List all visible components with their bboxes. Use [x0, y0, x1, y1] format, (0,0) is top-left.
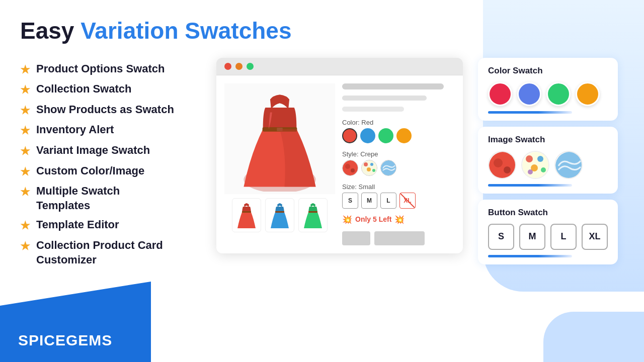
panel-color-blue[interactable]: [517, 82, 541, 106]
feature-list: ★ Product Options Swatch ★ Collection Sw…: [20, 62, 201, 267]
window-close-dot[interactable]: [224, 63, 231, 70]
feature-item: ★ Multiple SwatchTemplates: [20, 184, 201, 213]
product-thumbnails: [232, 198, 328, 232]
browser-mockup: Color: Red Style: Crepe: [216, 58, 463, 253]
panel-accent-bar: [488, 111, 572, 114]
size-swatch-row[interactable]: S M L XL: [342, 193, 455, 209]
size-btn-l[interactable]: L: [380, 193, 396, 209]
product-main-image-area: [224, 83, 335, 245]
feature-label: Variant Image Swatch: [36, 143, 150, 158]
svg-point-15: [489, 152, 516, 179]
star-icon: ★: [20, 165, 30, 179]
thumbnail-blue[interactable]: [265, 198, 294, 232]
star-icon: ★: [20, 83, 30, 98]
size-btn-xl[interactable]: XL: [399, 193, 416, 209]
color-swatch-green[interactable]: [378, 128, 393, 143]
alert-emoji-right: 💥: [394, 215, 405, 224]
style-swatch-row[interactable]: [342, 160, 455, 176]
bg-shape-bottom-right: [543, 312, 644, 362]
panel-accent-bar-2: [488, 184, 572, 187]
color-swatch-orange[interactable]: [396, 128, 412, 143]
feature-label: Template Editor: [36, 218, 119, 232]
panel-image-swatch-3[interactable]: [554, 151, 583, 179]
product-details: Color: Red Style: Crepe: [342, 83, 455, 245]
svg-point-20: [537, 156, 543, 162]
product-price-placeholder: [342, 107, 404, 112]
product-subtitle-placeholder: [342, 96, 427, 101]
add-to-cart-button[interactable]: [374, 231, 425, 245]
feature-item: ★ Inventory Alert: [20, 123, 201, 138]
browser-titlebar: [216, 58, 463, 75]
panel-image-swatch-1[interactable]: [488, 151, 516, 179]
thumb-dress-red: [235, 201, 258, 229]
page-title: Easy Variation Swatches: [20, 18, 624, 44]
feature-label: Product Options Swatch: [36, 62, 165, 76]
product-title-placeholder: [342, 83, 444, 89]
color-swatch-blue[interactable]: [360, 128, 375, 143]
panel-color-orange[interactable]: [576, 82, 600, 106]
star-icon: ★: [20, 104, 30, 118]
svg-point-13: [372, 169, 375, 172]
color-swatch-panel-swatches: [488, 82, 608, 106]
feature-label: Show Products as Swatch: [36, 103, 174, 117]
svg-point-11: [370, 163, 373, 166]
feature-label: Multiple SwatchTemplates: [36, 184, 120, 213]
color-option-row: Color: Red: [342, 119, 455, 143]
svg-point-10: [364, 162, 368, 166]
qty-button[interactable]: [342, 231, 370, 245]
button-swatch-panel: Button Swatch S M L XL: [478, 200, 618, 264]
feature-label: Inventory Alert: [36, 123, 114, 137]
dress-main-image: [234, 86, 325, 192]
window-maximize-dot[interactable]: [247, 63, 254, 70]
dress-container: [224, 83, 335, 194]
image-swatch-panel: Image Swatch: [478, 127, 618, 194]
svg-point-19: [526, 155, 533, 162]
color-swatch-red[interactable]: [342, 128, 357, 143]
thumb-dress-green: [302, 201, 324, 229]
window-minimize-dot[interactable]: [235, 63, 243, 70]
inventory-alert: 💥 Only 5 Left 💥: [342, 215, 455, 224]
svg-point-12: [367, 167, 371, 171]
style-swatch-3[interactable]: [380, 160, 396, 176]
style-swatch-2[interactable]: [361, 160, 377, 176]
svg-rect-5: [308, 211, 317, 213]
star-icon: ★: [20, 63, 30, 77]
panel-image-swatch-2[interactable]: [521, 151, 549, 179]
feature-item: ★ Variant Image Swatch: [20, 143, 201, 159]
feature-item: ★ Custom Color/Image: [20, 164, 201, 179]
svg-point-16: [494, 158, 503, 167]
browser-body: Color: Red Style: Crepe: [216, 75, 463, 253]
style-swatch-1[interactable]: [342, 160, 358, 176]
panel-size-btn-m[interactable]: M: [519, 224, 545, 250]
size-option-row: Size: Small S M L XL: [342, 183, 455, 209]
feature-label: Collection Swatch: [36, 82, 131, 97]
size-btn-s[interactable]: S: [342, 193, 358, 209]
bottom-bar: SPICEGEMS: [0, 297, 151, 362]
size-btn-m[interactable]: M: [361, 193, 377, 209]
alert-emoji-left: 💥: [342, 215, 352, 224]
star-icon: ★: [20, 239, 30, 254]
feature-label: Custom Color/Image: [36, 164, 144, 178]
panel-size-btn-xl[interactable]: XL: [582, 224, 608, 250]
panel-color-red[interactable]: [488, 82, 512, 106]
svg-point-7: [345, 164, 350, 169]
panel-size-btn-l[interactable]: L: [550, 224, 577, 250]
button-swatch-panel-swatches: S M L XL: [488, 224, 608, 250]
feature-label: Collection Product CardCustomizer: [36, 238, 163, 267]
svg-point-6: [343, 160, 358, 176]
panel-size-btn-s[interactable]: S: [488, 224, 514, 250]
feature-item: ★ Product Options Swatch: [20, 62, 201, 77]
svg-point-22: [541, 167, 546, 172]
color-label: Color: Red: [342, 119, 455, 126]
color-swatch-row[interactable]: [342, 128, 455, 143]
thumbnail-red[interactable]: [232, 198, 261, 232]
feature-item: ★ Collection Product CardCustomizer: [20, 238, 201, 267]
panel-color-green[interactable]: [546, 82, 571, 106]
size-label: Size: Small: [342, 183, 455, 191]
thumbnail-green[interactable]: [298, 198, 328, 232]
svg-rect-4: [275, 211, 284, 213]
star-icon: ★: [20, 124, 30, 138]
feature-item: ★ Template Editor: [20, 218, 201, 233]
add-to-cart-area: [342, 231, 455, 245]
button-swatch-panel-title: Button Swatch: [488, 208, 608, 218]
